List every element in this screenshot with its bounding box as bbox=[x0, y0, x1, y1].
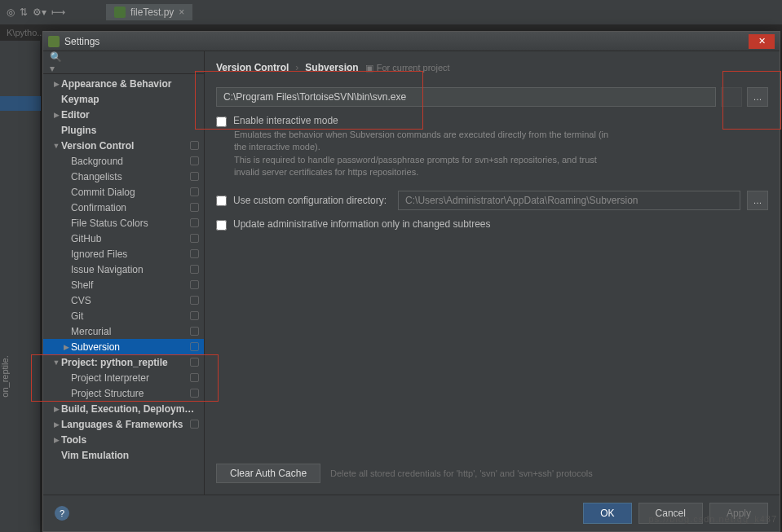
tree-item-project-structure[interactable]: Project Structure bbox=[43, 385, 204, 401]
tree-arrow-icon bbox=[51, 142, 61, 150]
tool-label: on_reptile. bbox=[0, 355, 10, 397]
tree-item-label: Commit Dialog bbox=[71, 187, 187, 198]
project-scope-label: For current project bbox=[377, 63, 450, 73]
project-scope-icon bbox=[190, 358, 199, 367]
svn-executable-path-input[interactable] bbox=[216, 87, 716, 107]
tree-item-label: Editor bbox=[61, 109, 199, 121]
tab-label: fileTest.py bbox=[130, 7, 174, 18]
crumb-root: Version Control bbox=[216, 62, 289, 73]
dialog-close-button[interactable]: ✕ bbox=[749, 34, 775, 49]
tree-item-label: Build, Execution, Deployment bbox=[61, 403, 199, 415]
project-scope-icon bbox=[190, 373, 199, 382]
structure-icon[interactable]: ⇅ bbox=[20, 7, 28, 18]
content-breadcrumb: Version Control › Subversion ▣For curren… bbox=[216, 59, 768, 76]
tree-item-issue-navigation[interactable]: Issue Navigation bbox=[43, 262, 204, 277]
tree-item-label: Shelf bbox=[71, 279, 187, 291]
gear-icon[interactable]: ⚙▾ bbox=[33, 7, 46, 18]
tree-arrow-icon bbox=[51, 420, 61, 429]
tree-item-ignored-files[interactable]: Ignored Files bbox=[43, 246, 204, 262]
tree-item-label: Ignored Files bbox=[71, 248, 187, 260]
use-custom-config-dir-label: Use custom configuration directory: bbox=[233, 195, 387, 206]
tree-item-confirmation[interactable]: Confirmation bbox=[43, 200, 204, 215]
dialog-footer: ? OK Cancel Apply bbox=[43, 495, 780, 531]
project-scope-icon bbox=[190, 311, 199, 320]
dialog-titlebar: Settings ✕ bbox=[43, 32, 780, 51]
tree-item-label: Appearance & Behavior bbox=[61, 78, 199, 90]
update-admin-checkbox[interactable] bbox=[216, 220, 227, 231]
settings-search-input[interactable] bbox=[68, 57, 197, 68]
tree-item-background[interactable]: Background bbox=[43, 153, 204, 169]
project-scope-icon bbox=[190, 187, 199, 196]
tree-item-mercurial[interactable]: Mercurial bbox=[43, 323, 204, 339]
collapse-icon[interactable]: ⟼ bbox=[51, 7, 65, 18]
project-scope-icon bbox=[190, 265, 199, 274]
browse-path-button[interactable]: … bbox=[747, 87, 768, 107]
tree-item-label: Vim Emulation bbox=[61, 450, 199, 461]
update-admin-label: Update administrative information only i… bbox=[233, 218, 491, 230]
selected-tool-indicator bbox=[0, 96, 41, 111]
project-scope-icon bbox=[190, 420, 199, 429]
tree-item-cvs[interactable]: CVS bbox=[43, 292, 204, 308]
tree-item-label: Plugins bbox=[61, 125, 199, 136]
tree-item-project-python-reptile[interactable]: Project: python_reptile bbox=[43, 354, 204, 370]
clear-auth-desc: Delete all stored credentials for 'http'… bbox=[330, 468, 593, 478]
project-scope-icon bbox=[190, 327, 199, 336]
apply-button[interactable]: Apply bbox=[709, 503, 768, 524]
tree-item-label: Git bbox=[71, 310, 187, 322]
tree-item-vim-emulation[interactable]: Vim Emulation bbox=[43, 447, 204, 463]
cancel-button[interactable]: Cancel bbox=[638, 503, 703, 524]
tree-item-label: Subversion bbox=[71, 341, 187, 353]
tree-item-label: Keymap bbox=[61, 94, 199, 105]
tree-item-changelists[interactable]: Changelists bbox=[43, 169, 204, 184]
tree-item-appearance-behavior[interactable]: Appearance & Behavior bbox=[43, 76, 204, 91]
project-scope-icon: ▣ bbox=[365, 63, 373, 73]
tree-item-keymap[interactable]: Keymap bbox=[43, 91, 204, 107]
tree-item-tools[interactable]: Tools bbox=[43, 432, 204, 447]
tree-item-label: Version Control bbox=[61, 140, 187, 152]
tree-item-plugins[interactable]: Plugins bbox=[43, 122, 204, 138]
browse-config-dir-button[interactable]: … bbox=[747, 191, 768, 210]
tree-item-commit-dialog[interactable]: Commit Dialog bbox=[43, 184, 204, 200]
crumb-leaf: Subversion bbox=[305, 62, 358, 73]
tree-item-subversion[interactable]: Subversion bbox=[43, 339, 204, 354]
target-icon[interactable]: ◎ bbox=[7, 7, 15, 18]
use-custom-config-dir-checkbox[interactable] bbox=[216, 196, 227, 206]
settings-content-pane: Version Control › Subversion ▣For curren… bbox=[205, 51, 780, 495]
custom-config-dir-input[interactable] bbox=[398, 191, 740, 210]
tree-item-build-execution-deployment[interactable]: Build, Execution, Deployment bbox=[43, 401, 204, 416]
tree-item-languages-frameworks[interactable]: Languages & Frameworks bbox=[43, 416, 204, 432]
tree-item-label: Mercurial bbox=[71, 326, 187, 337]
settings-sidebar: 🔍▾ Appearance & BehaviorKeymapEditorPlug… bbox=[43, 51, 205, 495]
clear-path-button[interactable] bbox=[721, 87, 742, 107]
app-icon bbox=[48, 36, 60, 47]
tree-item-project-interpreter[interactable]: Project Interpreter bbox=[43, 370, 204, 385]
project-scope-icon bbox=[190, 141, 199, 150]
tree-arrow-icon bbox=[51, 358, 61, 367]
chevron-right-icon: › bbox=[295, 62, 298, 73]
tree-item-version-control[interactable]: Version Control bbox=[43, 138, 204, 153]
enable-interactive-checkbox[interactable] bbox=[216, 117, 227, 127]
tree-item-label: Project Interpreter bbox=[71, 372, 187, 384]
dialog-title: Settings bbox=[64, 36, 99, 47]
tree-item-file-status-colors[interactable]: File Status Colors bbox=[43, 215, 204, 231]
tree-item-label: Confirmation bbox=[71, 202, 187, 213]
settings-search-row: 🔍▾ bbox=[43, 51, 204, 74]
close-icon[interactable]: × bbox=[179, 7, 184, 18]
tree-arrow-icon bbox=[51, 111, 61, 119]
project-scope-icon bbox=[190, 218, 199, 227]
project-scope-icon bbox=[190, 249, 199, 258]
help-button[interactable]: ? bbox=[55, 506, 69, 521]
clear-auth-cache-button[interactable]: Clear Auth Cache bbox=[216, 464, 320, 483]
tree-item-editor[interactable]: Editor bbox=[43, 107, 204, 122]
project-scope-icon bbox=[190, 342, 199, 351]
ok-button[interactable]: OK bbox=[583, 503, 631, 524]
interactive-help-text: Emulates the behavior when Subversion co… bbox=[234, 129, 609, 179]
tree-item-github[interactable]: GitHub bbox=[43, 231, 204, 246]
editor-tab-filetest[interactable]: fileTest.py × bbox=[106, 4, 192, 20]
tree-item-label: Changelists bbox=[71, 171, 187, 182]
tree-arrow-icon bbox=[51, 80, 61, 88]
tree-item-shelf[interactable]: Shelf bbox=[43, 277, 204, 292]
tree-item-label: Project: python_reptile bbox=[61, 357, 187, 368]
project-scope-icon bbox=[190, 156, 199, 165]
tree-item-git[interactable]: Git bbox=[43, 308, 204, 323]
